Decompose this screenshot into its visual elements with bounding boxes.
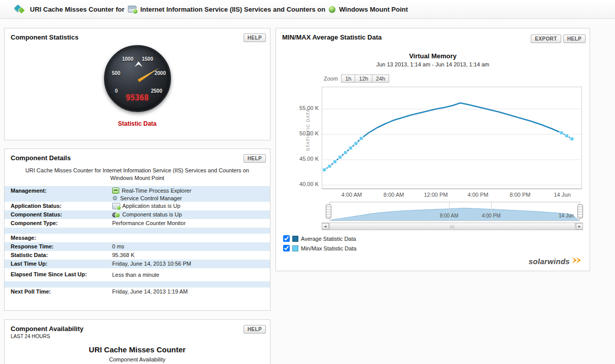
gauge-value: 95368 bbox=[106, 93, 169, 102]
navigator-tick-label: 14 Jun bbox=[552, 213, 580, 219]
statistic-gauge: 0 500 1000 1500 2000 2500 95368 bbox=[104, 45, 171, 112]
gauge-tick: 1500 bbox=[142, 56, 153, 62]
chart-date-range: Jun 13 2013, 1:14 am - Jun 14 2013, 1:14… bbox=[276, 61, 590, 67]
row-label: Application Status: bbox=[5, 203, 112, 209]
row-value: Friday, June 14, 2013 10:56 PM bbox=[112, 261, 191, 267]
header-title-application: Internet Information Service (IIS) Servi… bbox=[140, 6, 325, 13]
table-row-application-status: Application Status: Application status i… bbox=[5, 202, 270, 210]
row-value: Friday, June 14, 2013 1:19 AM bbox=[112, 288, 188, 295]
row-label: Elapsed Time Since Last Up: bbox=[5, 271, 112, 278]
component-up-icon bbox=[112, 211, 120, 218]
component-details-panel: Component Details HELP URI Cache Misses … bbox=[4, 149, 270, 311]
scroll-right-arrow[interactable]: ► bbox=[576, 223, 583, 230]
legend-swatch-average bbox=[292, 236, 298, 242]
gauge-tick: 1000 bbox=[122, 56, 133, 62]
x-tick-label: 8:00 AM bbox=[378, 192, 409, 198]
row-value: Performance Counter Monitor bbox=[112, 220, 186, 226]
panel-title: Component Details bbox=[11, 154, 71, 162]
row-label: Next Poll Time: bbox=[5, 288, 112, 295]
navigator-right-handle[interactable] bbox=[577, 204, 583, 219]
y-tick-label: 50.00 K bbox=[287, 130, 319, 136]
gauge-tick: 2000 bbox=[155, 70, 166, 76]
application-up-icon bbox=[112, 203, 120, 209]
solarwinds-mark-icon bbox=[134, 60, 143, 69]
navigator-tick-label: 4:00 PM bbox=[477, 213, 505, 219]
gear-icon: ⚙ bbox=[112, 195, 118, 201]
x-tick-label: 4:00 PM bbox=[462, 192, 494, 198]
application-icon bbox=[128, 6, 136, 13]
gauge-caption: Statistic Data bbox=[118, 120, 156, 127]
details-subtitle: URI Cache Misses Counter for Internet In… bbox=[5, 165, 270, 186]
minmax-statistic-panel: MIN/MAX Average Statistic Data EXPORTHEL… bbox=[276, 28, 590, 271]
gauge-tick: 500 bbox=[112, 70, 121, 76]
solarwinds-logo-text: solarwinds bbox=[529, 257, 570, 266]
legend-checkbox-minmax[interactable] bbox=[283, 245, 290, 251]
help-button[interactable]: HELP bbox=[244, 325, 266, 334]
row-label: Message: bbox=[5, 235, 112, 241]
help-button[interactable]: HELP bbox=[244, 154, 266, 163]
panel-title: Component Availability bbox=[11, 325, 84, 333]
service-control-manager-link[interactable]: ⚙ Service Control Manager bbox=[112, 195, 182, 201]
solarwinds-logo: solarwinds bbox=[529, 257, 582, 266]
process-explorer-icon bbox=[112, 188, 119, 194]
chart-title: Virtual Memory bbox=[276, 52, 590, 60]
statistic-chart-plot[interactable] bbox=[322, 87, 582, 189]
table-row-component-status: Component Status: Component status is Up bbox=[5, 210, 270, 219]
table-spacer-row bbox=[5, 281, 270, 287]
link-label[interactable]: Service Control Manager bbox=[120, 195, 182, 201]
zoom-1h-button[interactable]: 1h bbox=[341, 75, 355, 83]
x-tick-label: 12:00 PM bbox=[420, 192, 452, 198]
table-row-management: Management: Real-Time Process Explorer ⚙… bbox=[5, 186, 270, 202]
scroll-left-arrow[interactable]: ◄ bbox=[322, 223, 329, 230]
node-up-status-icon bbox=[329, 6, 335, 13]
row-label: Component Type: bbox=[5, 220, 112, 227]
legend-swatch-minmax bbox=[292, 245, 298, 251]
component-statistics-panel: Component Statistics HELP 0 500 1000 150… bbox=[4, 28, 270, 140]
availability-period-label: LAST 24 HOURS bbox=[5, 334, 270, 339]
help-button[interactable]: HELP bbox=[244, 33, 266, 42]
legend-label: Min/Max Statistic Data bbox=[301, 245, 356, 251]
y-tick-label: 40.00 K bbox=[287, 181, 319, 187]
table-row-component-type: Component Type: Performance Counter Moni… bbox=[5, 219, 270, 228]
x-tick-label: 4:00 AM bbox=[336, 192, 367, 198]
solarwinds-arrow-icon bbox=[571, 257, 582, 266]
legend-checkbox-average[interactable] bbox=[283, 235, 290, 242]
zoom-24h-button[interactable]: 24h bbox=[372, 75, 389, 83]
statistic-chart-svg bbox=[322, 87, 582, 189]
chart-scrollbar[interactable]: ◄ ||| ► bbox=[322, 223, 583, 230]
header-title-component: URI Cache Misses Counter for bbox=[30, 6, 124, 13]
range-navigator[interactable]: 8:00 AM 4:00 PM 14 Jun bbox=[329, 202, 580, 221]
zoom-label: Zoom bbox=[324, 76, 338, 82]
row-value: 0 ms bbox=[112, 243, 124, 249]
row-value: Application status is Up bbox=[122, 203, 180, 209]
row-label: Statistic Data: bbox=[5, 252, 112, 259]
export-button[interactable]: EXPORT bbox=[531, 34, 561, 43]
row-label: Response Time: bbox=[5, 243, 112, 250]
help-button[interactable]: HELP bbox=[563, 34, 586, 43]
component-icon bbox=[14, 4, 26, 15]
row-value: Less than a minute bbox=[112, 272, 159, 278]
legend-item-minmax[interactable]: Min/Max Statistic Data bbox=[283, 245, 356, 251]
row-label: Component Status: bbox=[5, 211, 112, 218]
zoom-12h-button[interactable]: 12h bbox=[355, 75, 372, 83]
panel-title: Component Statistics bbox=[11, 33, 79, 41]
x-tick-label: 14 Jun bbox=[546, 192, 578, 198]
availability-chart-title: URI Cache Misses Counter bbox=[5, 345, 270, 354]
panel-title: MIN/MAX Average Statistic Data bbox=[282, 33, 382, 41]
legend-label: Average Statistic Data bbox=[301, 236, 356, 242]
table-row-statistic-data: Statistic Data: 95.368 K bbox=[5, 251, 270, 260]
navigator-left-handle[interactable] bbox=[326, 204, 331, 219]
row-label: Last Time Up: bbox=[5, 261, 112, 267]
row-label: Management: bbox=[5, 188, 112, 194]
table-row-message: Message: bbox=[5, 234, 270, 242]
y-tick-label: 45.00 K bbox=[287, 156, 319, 162]
x-tick-label: 8:00 PM bbox=[504, 192, 536, 198]
availability-chart-subtitle: Component Availability bbox=[5, 356, 270, 362]
scrollbar-thumb[interactable]: ||| bbox=[329, 223, 575, 230]
navigator-tick-label: 8:00 AM bbox=[435, 213, 463, 219]
real-time-process-explorer-link[interactable]: Real-Time Process Explorer bbox=[112, 188, 191, 194]
row-value: 95.368 K bbox=[112, 252, 134, 258]
legend-item-average[interactable]: Average Statistic Data bbox=[283, 235, 356, 242]
link-label[interactable]: Real-Time Process Explorer bbox=[122, 188, 191, 194]
row-value: Component status is Up bbox=[122, 211, 182, 217]
